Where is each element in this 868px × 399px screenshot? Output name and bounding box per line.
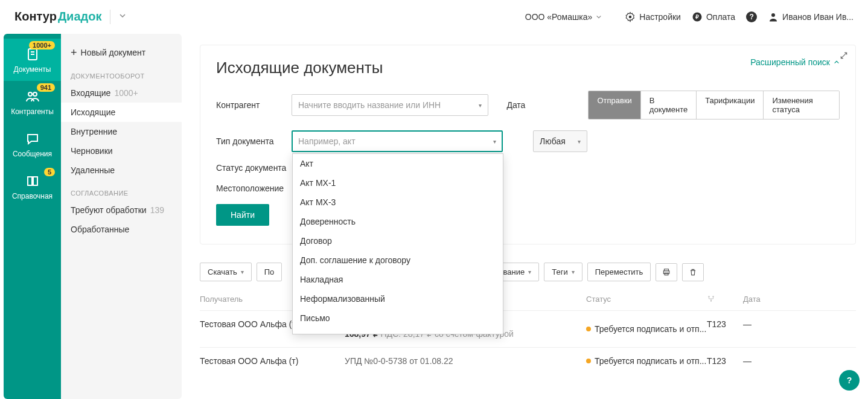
search-card: Расширенный поиск Исходящие документы Ко… (200, 45, 856, 244)
sidebar-deleted[interactable]: Удаленные (61, 161, 182, 180)
doc-type-option[interactable]: Акт (293, 154, 503, 173)
doc-type-input[interactable]: Например, акт ▾ АктАкт МХ-1Акт МХ-3Довер… (292, 130, 503, 152)
sidebar-drafts[interactable]: Черновики (61, 141, 182, 161)
settings-label: Настройки (639, 12, 681, 22)
date-value-label: Любая (540, 136, 566, 146)
cell-tag: Т123 (707, 319, 743, 339)
trash-icon (689, 268, 697, 276)
doc-type-option[interactable]: Акт МХ-3 (293, 193, 503, 212)
ruble-icon: ₽ (692, 11, 703, 22)
label-date: Дата (506, 100, 582, 110)
sidebar-internal[interactable]: Внутренние (61, 122, 182, 141)
layout: 1000+ Документы 941 Контрагенты Сообщени… (0, 34, 868, 399)
header: Контур Диадок ООО «Ромашка» Настройки ₽ … (0, 0, 868, 34)
advanced-search-toggle[interactable]: Расширенный поиск (750, 57, 840, 67)
sidebar-inbox[interactable]: Входящие 1000+ (61, 83, 182, 103)
chevron-up-icon (834, 59, 840, 65)
nav-documents-label: Документы (14, 65, 51, 74)
label-doc-status: Статус документа (216, 163, 292, 173)
sidebar-need-action-label: Требуют обработки (71, 205, 147, 215)
help-icon: ? (746, 11, 757, 22)
svg-point-3 (771, 13, 775, 17)
label-doc-type: Тип документа (216, 136, 292, 146)
row-counterparty: Контрагент Начните вводить название или … (216, 91, 840, 120)
doc-type-option[interactable]: Доверенность (293, 212, 503, 231)
doc-type-option[interactable]: Письмо (293, 308, 503, 328)
user-name: Иванов Иван Ив... (782, 12, 854, 22)
nav-counterparties-badge: 941 (37, 83, 55, 92)
sidebar-outbox-label: Исходящие (71, 107, 115, 117)
date-tab-in-doc[interactable]: В документе (641, 91, 697, 119)
routing-icon (707, 295, 715, 303)
nav-rail: 1000+ Документы 941 Контрагенты Сообщени… (4, 34, 61, 399)
sidebar-outbox[interactable]: Исходящие (61, 103, 182, 122)
svg-point-0 (629, 15, 632, 18)
plus-icon: + (71, 47, 77, 58)
section-approval-label: СОГЛАСОВАНИЕ (61, 180, 182, 200)
nav-reference-badge: 5 (44, 168, 55, 176)
chevron-down-icon: ▾ (572, 269, 575, 275)
doc-type-option[interactable]: Договор (293, 231, 503, 251)
help-link[interactable]: ? (746, 11, 757, 22)
date-tab-send[interactable]: Отправки (589, 91, 640, 119)
sidebar-processed-label: Обработанные (71, 225, 129, 234)
svg-point-8 (33, 92, 37, 96)
table-row[interactable]: Тестовая ООО Альфа (т) УПД №0-0-5738 от … (200, 347, 856, 374)
counterparty-input[interactable]: Начните вводить название или ИНН ▾ (292, 94, 488, 116)
organization-selector[interactable]: ООО «Ромашка» (525, 12, 602, 22)
doc-type-option[interactable]: Неформализованный (293, 289, 503, 308)
tags-label: Теги (552, 267, 567, 276)
sidebar-drafts-label: Черновики (71, 146, 113, 156)
advanced-search-label: Расширенный поиск (750, 57, 830, 67)
sidebar-processed[interactable]: Обработанные (61, 220, 182, 239)
user-menu[interactable]: Иванов Иван Ив... (768, 11, 854, 22)
tags-button[interactable]: Теги ▾ (544, 263, 582, 281)
nav-reference-label: Справочная (12, 192, 53, 200)
date-tab-tariff[interactable]: Тарификации (697, 91, 764, 119)
doc-type-dropdown: АктАкт МХ-1Акт МХ-3ДоверенностьДоговорДо… (292, 153, 503, 334)
date-value-selector[interactable]: Любая ▾ (533, 130, 587, 152)
sidebar-deleted-label: Удаленные (71, 165, 115, 175)
nav-counterparties[interactable]: 941 Контрагенты (4, 81, 61, 123)
move-button[interactable]: Переместить (587, 263, 651, 281)
chevron-down-icon (596, 14, 602, 20)
cell-date: — (743, 356, 791, 366)
doc-type-option[interactable]: Показания электроэнергии (293, 328, 503, 334)
print-button[interactable] (656, 263, 677, 281)
side-panel: + Новый документ ДОКУМЕНТООБОРОТ Входящи… (61, 34, 182, 399)
section-docflow-label: ДОКУМЕНТООБОРОТ (61, 63, 182, 83)
payment-link[interactable]: ₽ Оплата (692, 11, 735, 22)
find-button[interactable]: Найти (216, 204, 269, 226)
settings-link[interactable]: Настройки (625, 11, 681, 22)
doc-type-option[interactable]: Доп. соглашение к договору (293, 251, 503, 270)
download-button[interactable]: Скачать ▾ (200, 263, 252, 281)
move-label: Переместить (595, 267, 643, 276)
org-switcher-icon[interactable] (119, 12, 126, 21)
nav-messages-label: Сообщения (13, 150, 52, 158)
doc-type-placeholder: Например, акт (298, 136, 356, 146)
logo-product: Диадок (58, 10, 102, 24)
doc-type-option[interactable]: Акт МХ-1 (293, 173, 503, 193)
sidebar-need-action[interactable]: Требуют обработки 139 (61, 200, 182, 220)
payment-label: Оплата (706, 12, 735, 22)
nav-counterparties-label: Контрагенты (11, 107, 54, 116)
doc-type-option[interactable]: Накладная (293, 270, 503, 289)
new-document-button[interactable]: + Новый документ (61, 42, 182, 63)
sidebar-need-action-count: 139 (150, 205, 164, 215)
date-type-segmented: Отправки В документе Тарификации Изменен… (588, 91, 840, 120)
nav-reference[interactable]: 5 Справочная (4, 165, 61, 208)
floating-help-button[interactable]: ? (839, 370, 860, 391)
chevron-down-icon: ▾ (479, 102, 482, 109)
divider (110, 10, 110, 24)
date-tab-status-change[interactable]: Изменения статуса (764, 91, 839, 119)
label-counterparty: Контрагент (216, 100, 292, 110)
delete-button[interactable] (682, 263, 704, 281)
sign-button[interactable]: По (257, 263, 282, 281)
nav-documents[interactable]: 1000+ Документы (4, 39, 61, 81)
nav-messages[interactable]: Сообщения (4, 123, 61, 165)
logo[interactable]: Контур Диадок (14, 10, 101, 24)
expand-icon[interactable] (840, 51, 848, 62)
gear-icon (625, 11, 636, 22)
nav-documents-badge: 1000+ (29, 41, 55, 49)
col-routing (707, 295, 743, 305)
